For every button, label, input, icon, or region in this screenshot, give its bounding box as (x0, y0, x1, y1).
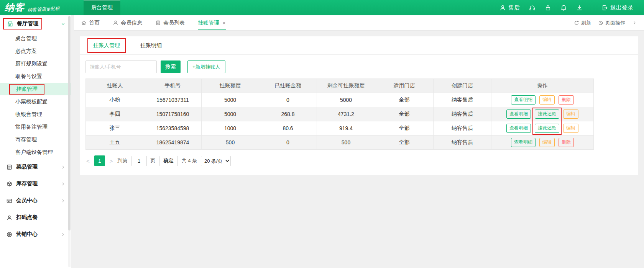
sidebar-item-label: 营销中心 (16, 231, 38, 238)
logout-icon (601, 5, 608, 11)
edit-button[interactable]: 编辑 (539, 138, 555, 147)
column-header: 挂账人 (86, 79, 144, 93)
next-page-button[interactable]: > (109, 158, 114, 164)
delete-button[interactable]: 删除 (559, 138, 574, 147)
sidebar-item-scan-order[interactable]: 扫码点餐 (0, 209, 71, 226)
sidebar-item-dish-management[interactable]: 菜品管理 (0, 159, 71, 175)
refresh-icon (574, 20, 579, 26)
page-operations-label: 页面操作 (605, 20, 625, 26)
table-cell: 919.4 (317, 121, 375, 136)
logout-button[interactable]: 退出登录 (601, 4, 633, 11)
view-detail-button[interactable]: 查看明细 (511, 95, 536, 105)
after-sales-button[interactable]: 售后 (499, 4, 520, 11)
sidebar: 餐厅管理桌台管理必点方案厨打规则设置取餐号设置挂账管理小票模板配置收银台管理常用… (0, 15, 71, 268)
add-debtor-button[interactable]: +新增挂账人 (187, 60, 225, 73)
chevron-right-icon[interactable] (632, 20, 637, 25)
goto-page-input[interactable] (131, 156, 147, 166)
view-detail-button[interactable]: 查看明细 (506, 124, 531, 133)
table-row: 张三15623584598100080.6919.4全部纳客售后查看明细挂账还款… (86, 121, 594, 136)
sidebar-scrollbar-thumb[interactable] (68, 16, 71, 230)
tab-credit-management[interactable]: 挂账管理× (198, 15, 226, 30)
tab-bar: 首页会员信息会员列表挂账管理× 刷新 页面操作 (74, 15, 644, 31)
page-operations-button[interactable]: 页面操作 (598, 20, 625, 26)
logo: 纳客 纳客管店更轻松 (0, 3, 84, 13)
table-cell: 500 (202, 136, 259, 150)
chevron-right-icon (61, 232, 66, 237)
support-button[interactable] (529, 5, 536, 11)
page-number-1[interactable]: 1 (94, 155, 105, 166)
sidebar-subitem-label: 取餐号设置 (15, 73, 42, 80)
sidebar-item-inventory-management[interactable]: 库存管理 (0, 175, 71, 192)
table-cell: 全部 (375, 93, 434, 107)
close-icon[interactable]: × (222, 20, 226, 26)
sidebar-item-inner: 营销中心 (6, 231, 38, 238)
table-cell: 小粉 (86, 93, 144, 107)
logout-label: 退出登录 (610, 4, 633, 11)
view-detail-button[interactable]: 查看明细 (506, 109, 531, 119)
dish-icon (6, 164, 13, 170)
actions-cell: 查看明细挂账还款编辑 (491, 121, 594, 136)
goto-suffix: 页 (151, 157, 156, 164)
content-panel: 挂账人管理挂账明细 搜索 +新增挂账人 挂账人手机号挂账额度已挂账金额剩余可挂账… (80, 36, 638, 175)
sidebar-subitem-credit-account-management[interactable]: 挂账管理 (0, 83, 71, 95)
sidebar-subitem-table-management[interactable]: 桌台管理 (0, 32, 71, 45)
sidebar-subitem-client-device-management[interactable]: 客户端设备管理 (0, 146, 71, 159)
column-header: 挂账额度 (202, 79, 259, 93)
sidebar-subitem-label: 挂账管理 (9, 84, 44, 95)
table-cell: 500 (317, 136, 375, 150)
table-row: 李四150717581605000268.84731.2全部纳客售后查看明细挂账… (86, 107, 594, 121)
lock-icon (545, 5, 551, 11)
table-cell: 全部 (375, 107, 434, 121)
subtab-credit-details[interactable]: 挂账明细 (140, 42, 162, 49)
lock-button[interactable] (545, 5, 551, 11)
notifications-button[interactable] (560, 5, 567, 11)
sidebar-subitem-cashier-management[interactable]: 收银台管理 (0, 108, 71, 121)
column-header: 手机号 (144, 79, 202, 93)
view-detail-button[interactable]: 查看明细 (511, 138, 536, 147)
tab-member-info[interactable]: 会员信息 (113, 15, 142, 30)
nav-tab-admin[interactable]: 后台管理 (84, 0, 120, 15)
sidebar-subitem-deposit-management[interactable]: 寄存管理 (0, 133, 71, 146)
delete-button[interactable]: 删除 (559, 95, 574, 105)
page-size-select[interactable]: 20 条/页 (201, 156, 231, 166)
edit-button[interactable]: 编辑 (563, 124, 578, 133)
sidebar-item-member-center[interactable]: 会员中心 (0, 192, 71, 209)
confirm-page-button[interactable]: 确定 (159, 156, 178, 166)
sidebar-subitem-must-order-plan[interactable]: 必点方案 (0, 45, 71, 57)
tab-member-list[interactable]: 会员列表 (155, 15, 185, 30)
chevron-right-icon (61, 181, 66, 186)
sidebar-subitem-common-remarks-management[interactable]: 常用备注管理 (0, 121, 71, 133)
person-icon (113, 20, 118, 26)
prev-page-button[interactable]: < (85, 158, 90, 164)
sidebar-subitem-label: 桌台管理 (15, 35, 37, 42)
sidebar-subitem-pickup-number-settings[interactable]: 取餐号设置 (0, 70, 71, 83)
sidebar-subitem-label: 常用备注管理 (15, 124, 48, 131)
sidebar-item-marketing-center[interactable]: 营销中心 (0, 226, 71, 243)
search-button[interactable]: 搜索 (161, 60, 181, 73)
search-input[interactable] (85, 60, 157, 73)
tab-label: 会员信息 (121, 20, 142, 26)
edit-button[interactable]: 编辑 (563, 109, 578, 119)
header-actions: 售后 退出登录 (499, 4, 644, 11)
stock-icon (6, 181, 13, 187)
sidebar-subitem-receipt-template-config[interactable]: 小票模板配置 (0, 95, 71, 108)
subtab-debtor-management[interactable]: 挂账人管理 (87, 38, 126, 53)
table-cell: 15623584598 (144, 121, 202, 136)
goto-prefix: 到第 (118, 157, 128, 164)
tab-home[interactable]: 首页 (81, 15, 100, 30)
bell-icon (560, 5, 567, 11)
sidebar-item-restaurant-management[interactable]: 餐厅管理 (0, 15, 71, 32)
sidebar-subitem-kitchen-print-rules[interactable]: 厨打规则设置 (0, 57, 71, 70)
table-cell: 王五 (86, 136, 144, 150)
column-header: 适用门店 (375, 79, 434, 93)
download-button[interactable] (576, 5, 583, 11)
edit-button[interactable]: 编辑 (539, 95, 555, 105)
repay-button[interactable]: 挂账还款 (535, 109, 559, 119)
repay-button[interactable]: 挂账还款 (535, 124, 559, 133)
refresh-button[interactable]: 刷新 (574, 20, 591, 26)
sidebar-subitem-label: 小票模板配置 (15, 98, 48, 105)
table-cell: 5000 (202, 107, 259, 121)
table-cell: 全部 (375, 121, 434, 136)
sidebar-item-inner: 库存管理 (6, 180, 38, 187)
search-row: 搜索 +新增挂账人 (80, 55, 638, 78)
